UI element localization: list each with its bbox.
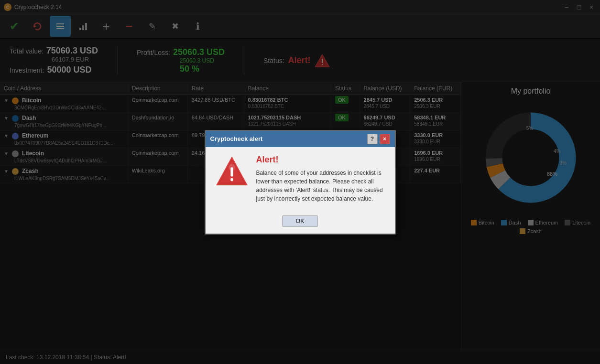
modal-ok-button[interactable]: OK xyxy=(282,215,318,227)
modal-title: Cryptocheck alert xyxy=(210,135,263,142)
svg-point-25 xyxy=(229,164,235,171)
modal-close-button[interactable]: × xyxy=(380,134,390,144)
modal-text: Alert! Balance of some of your addresses… xyxy=(256,155,385,203)
modal-footer: OK xyxy=(206,211,395,234)
modal-alert-icon xyxy=(215,155,249,188)
modal-titlebar: Cryptocheck alert ? × xyxy=(206,131,395,147)
modal-question-button[interactable]: ? xyxy=(367,134,378,144)
modal-body: Alert! Balance of some of your addresses… xyxy=(206,147,395,211)
svg-rect-24 xyxy=(230,178,233,181)
modal-alert-message: Balance of some of your addresses in che… xyxy=(256,169,385,203)
modal-overlay: Cryptocheck alert ? × Alert! Balance of … xyxy=(0,0,600,364)
alert-modal: Cryptocheck alert ? × Alert! Balance of … xyxy=(205,130,396,235)
modal-alert-title: Alert! xyxy=(256,155,385,165)
modal-controls: ? × xyxy=(367,134,390,144)
